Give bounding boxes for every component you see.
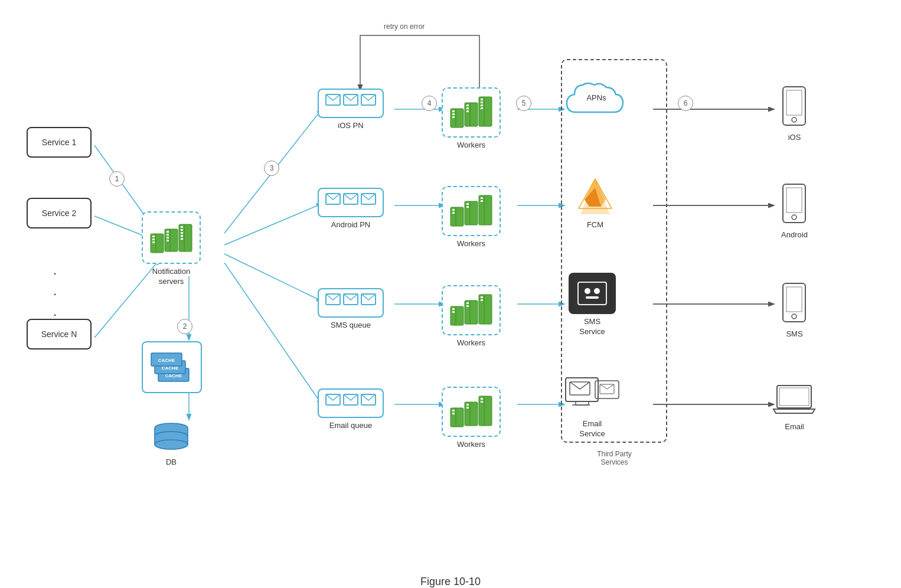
svg-rect-36 [181,235,183,237]
workers3-label: Workers [457,338,485,348]
db-label: DB [166,458,177,468]
ios-device-icon [778,86,811,130]
svg-rect-113 [481,398,483,400]
service2-node: Service 2 [27,198,92,228]
svg-text:CACHE: CACHE [158,358,175,363]
ios-pn-box [318,89,384,118]
email-service-label: EmailService [579,419,605,439]
workers3-node: Workers [442,285,501,348]
svg-rect-84 [465,201,478,225]
sms-device-icon [778,282,811,326]
serviceN-node: Service N [27,319,92,349]
android-device-node: Android [778,183,811,240]
workers1-node: Workers [442,87,501,151]
svg-line-6 [224,204,322,245]
notification-servers-label: Notificationservers [152,267,190,287]
svg-point-134 [792,314,796,319]
workers3-box [442,285,501,335]
svg-line-8 [224,263,322,404]
svg-rect-109 [466,404,469,406]
android-pn-node: Android PN [318,188,384,230]
ios-pn-label: iOS PN [338,121,363,131]
apns-label: APNs [564,93,629,102]
svg-rect-28 [167,234,169,236]
svg-rect-89 [481,197,483,199]
db-icon [151,416,192,455]
fcm-label: FCM [587,220,603,230]
svg-rect-27 [167,231,169,233]
svg-rect-106 [452,413,455,414]
sms-device-label: SMS [786,329,802,339]
apns-node: APNs [564,77,629,121]
service2-label: Service 2 [42,208,76,218]
workers1-box [442,87,501,138]
svg-rect-24 [152,241,155,243]
sms-service-icon [569,273,616,314]
svg-rect-96 [465,300,478,324]
sms-queue-box [318,288,384,318]
notification-servers-box [142,211,201,264]
cache-node: CACHE CACHE CACHE [142,341,202,393]
workers2-box [442,186,501,236]
third-party-label: Third PartyServices [566,450,663,466]
cache-icon: CACHE CACHE CACHE [142,341,202,393]
badge-3: 3 [264,161,279,176]
svg-rect-108 [465,402,478,426]
ios-pn-node: iOS PN [318,89,384,131]
email-device-icon [772,383,817,419]
svg-rect-88 [479,195,492,225]
badge-6: 6 [678,96,693,111]
notification-servers-node: Notificationservers [142,211,201,287]
svg-rect-127 [786,90,802,115]
svg-rect-37 [181,238,183,240]
email-queue-node: Email queue [318,388,384,431]
fcm-icon [572,176,619,217]
svg-rect-100 [479,295,492,324]
service1-node: Service 1 [27,127,92,158]
workers4-node: Workers [442,387,501,450]
svg-point-49 [155,440,188,449]
svg-rect-94 [452,311,455,313]
fcm-node: FCM [572,176,619,230]
workers2-node: Workers [442,186,501,249]
service1-label: Service 1 [42,138,76,147]
workers4-label: Workers [457,440,485,450]
svg-rect-85 [466,203,469,205]
svg-rect-75 [481,99,483,100]
svg-rect-74 [479,97,492,126]
notification-servers-icon [148,217,195,256]
svg-rect-70 [466,104,469,106]
svg-rect-66 [452,113,455,115]
dots: ··· [53,263,57,325]
sms-service-label: SMSService [579,317,605,337]
ios-device-node: iOS [778,86,811,143]
svg-rect-77 [481,104,483,106]
svg-rect-72 [466,110,469,112]
svg-rect-110 [466,407,469,409]
svg-rect-82 [452,212,455,214]
svg-rect-133 [786,287,802,312]
android-pn-box [318,188,384,217]
svg-rect-67 [452,116,455,118]
diagram: retry on error Service 1 Service 2 ··· S… [0,0,901,567]
badge-4: 4 [422,96,437,111]
svg-rect-112 [479,396,492,426]
serviceN-box: Service N [27,319,92,349]
svg-rect-101 [481,296,483,298]
svg-rect-78 [481,107,483,109]
email-queue-box [318,388,384,418]
serviceN-label: Service N [41,329,77,339]
svg-rect-120 [566,378,598,401]
svg-point-131 [792,215,796,220]
svg-rect-98 [466,305,469,307]
android-pn-label: Android PN [331,220,370,230]
service1-box: Service 1 [27,127,92,158]
svg-rect-76 [481,102,483,103]
svg-rect-93 [452,308,455,310]
svg-rect-136 [779,388,809,406]
svg-rect-71 [466,107,469,109]
workers2-label: Workers [457,239,485,249]
sms-queue-label: SMS queue [331,321,371,331]
svg-rect-23 [152,239,155,240]
svg-rect-30 [167,240,169,241]
